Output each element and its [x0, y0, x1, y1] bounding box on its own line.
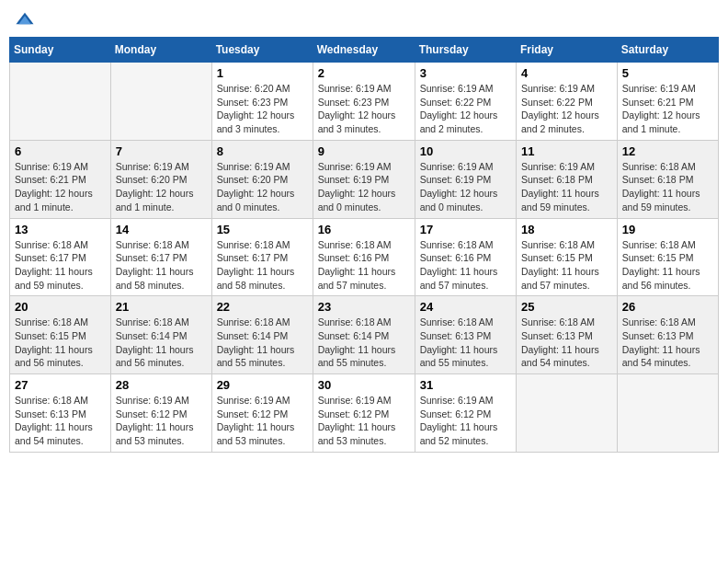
day-header-wednesday: Wednesday: [313, 38, 415, 63]
day-header-friday: Friday: [517, 38, 618, 63]
day-info: Sunrise: 6:18 AM Sunset: 6:16 PM Dayligh…: [318, 238, 410, 293]
day-number: 13: [15, 223, 106, 236]
day-number: 6: [15, 144, 106, 158]
calendar-cell: 6Sunrise: 6:19 AM Sunset: 6:21 PM Daylig…: [10, 140, 111, 218]
day-info: Sunrise: 6:18 AM Sunset: 6:18 PM Dayligh…: [622, 160, 713, 214]
day-header-tuesday: Tuesday: [211, 38, 313, 63]
day-info: Sunrise: 6:19 AM Sunset: 6:20 PM Dayligh…: [116, 160, 207, 214]
day-number: 17: [420, 223, 511, 236]
calendar-cell: 11Sunrise: 6:19 AM Sunset: 6:18 PM Dayli…: [517, 140, 618, 218]
day-number: 16: [318, 223, 410, 236]
day-info: Sunrise: 6:18 AM Sunset: 6:14 PM Dayligh…: [217, 316, 308, 370]
day-info: Sunrise: 6:20 AM Sunset: 6:23 PM Dayligh…: [217, 82, 308, 136]
day-number: 5: [622, 66, 713, 80]
calendar-cell: 5Sunrise: 6:19 AM Sunset: 6:21 PM Daylig…: [617, 63, 718, 141]
calendar-cell: 24Sunrise: 6:18 AM Sunset: 6:13 PM Dayli…: [415, 296, 516, 374]
day-number: 14: [116, 223, 207, 236]
day-info: Sunrise: 6:18 AM Sunset: 6:13 PM Dayligh…: [622, 316, 713, 370]
day-info: Sunrise: 6:19 AM Sunset: 6:21 PM Dayligh…: [15, 160, 106, 214]
logo-icon: [15, 9, 35, 29]
calendar-cell: 25Sunrise: 6:18 AM Sunset: 6:13 PM Dayli…: [517, 296, 618, 374]
day-number: 3: [420, 66, 511, 80]
day-number: 15: [217, 223, 308, 236]
day-number: 25: [521, 300, 612, 314]
day-info: Sunrise: 6:18 AM Sunset: 6:13 PM Dayligh…: [521, 316, 612, 370]
calendar-cell: 23Sunrise: 6:18 AM Sunset: 6:14 PM Dayli…: [313, 296, 415, 374]
day-info: Sunrise: 6:19 AM Sunset: 6:12 PM Dayligh…: [318, 394, 410, 448]
day-info: Sunrise: 6:18 AM Sunset: 6:14 PM Dayligh…: [318, 316, 410, 370]
day-number: 11: [521, 144, 612, 158]
day-number: 22: [217, 300, 308, 314]
day-number: 19: [622, 223, 713, 236]
day-info: Sunrise: 6:18 AM Sunset: 6:13 PM Dayligh…: [420, 316, 511, 370]
day-info: Sunrise: 6:19 AM Sunset: 6:22 PM Dayligh…: [521, 82, 612, 136]
calendar-cell: 27Sunrise: 6:18 AM Sunset: 6:13 PM Dayli…: [10, 374, 111, 453]
day-header-thursday: Thursday: [415, 38, 516, 63]
day-number: 9: [318, 144, 410, 158]
calendar-cell: 30Sunrise: 6:19 AM Sunset: 6:12 PM Dayli…: [313, 374, 415, 453]
calendar-cell: 16Sunrise: 6:18 AM Sunset: 6:16 PM Dayli…: [313, 218, 415, 296]
day-info: Sunrise: 6:18 AM Sunset: 6:16 PM Dayligh…: [420, 238, 511, 293]
day-number: 31: [420, 378, 511, 392]
calendar-cell: 29Sunrise: 6:19 AM Sunset: 6:12 PM Dayli…: [211, 374, 313, 453]
calendar-cell: 13Sunrise: 6:18 AM Sunset: 6:17 PM Dayli…: [10, 218, 111, 296]
calendar-cell: 10Sunrise: 6:19 AM Sunset: 6:19 PM Dayli…: [415, 140, 516, 218]
calendar-cell: [517, 374, 618, 453]
calendar-cell: 28Sunrise: 6:19 AM Sunset: 6:12 PM Dayli…: [110, 374, 211, 453]
day-number: 8: [217, 144, 308, 158]
day-info: Sunrise: 6:19 AM Sunset: 6:20 PM Dayligh…: [217, 160, 308, 214]
day-info: Sunrise: 6:19 AM Sunset: 6:12 PM Dayligh…: [116, 394, 207, 448]
page-header: [9, 9, 719, 29]
calendar-cell: 19Sunrise: 6:18 AM Sunset: 6:15 PM Dayli…: [617, 218, 718, 296]
calendar-cell: [617, 374, 718, 453]
day-header-sunday: Sunday: [10, 38, 111, 63]
calendar-cell: 22Sunrise: 6:18 AM Sunset: 6:14 PM Dayli…: [211, 296, 313, 374]
day-number: 20: [15, 300, 106, 314]
calendar-cell: 14Sunrise: 6:18 AM Sunset: 6:17 PM Dayli…: [110, 218, 211, 296]
day-header-monday: Monday: [110, 38, 211, 63]
calendar-cell: 4Sunrise: 6:19 AM Sunset: 6:22 PM Daylig…: [517, 63, 618, 141]
calendar-header-row: SundayMondayTuesdayWednesdayThursdayFrid…: [10, 38, 719, 63]
calendar-cell: 2Sunrise: 6:19 AM Sunset: 6:23 PM Daylig…: [313, 63, 415, 141]
day-info: Sunrise: 6:19 AM Sunset: 6:19 PM Dayligh…: [318, 160, 410, 214]
day-number: 26: [622, 300, 713, 314]
day-info: Sunrise: 6:18 AM Sunset: 6:15 PM Dayligh…: [15, 316, 106, 370]
day-info: Sunrise: 6:19 AM Sunset: 6:12 PM Dayligh…: [420, 394, 511, 448]
day-info: Sunrise: 6:19 AM Sunset: 6:22 PM Dayligh…: [420, 82, 511, 136]
calendar-week-row: 1Sunrise: 6:20 AM Sunset: 6:23 PM Daylig…: [10, 63, 719, 141]
calendar-cell: 15Sunrise: 6:18 AM Sunset: 6:17 PM Dayli…: [211, 218, 313, 296]
calendar-cell: 21Sunrise: 6:18 AM Sunset: 6:14 PM Dayli…: [110, 296, 211, 374]
calendar-cell: 17Sunrise: 6:18 AM Sunset: 6:16 PM Dayli…: [415, 218, 516, 296]
day-number: 2: [318, 66, 410, 80]
day-number: 12: [622, 144, 713, 158]
day-info: Sunrise: 6:18 AM Sunset: 6:17 PM Dayligh…: [217, 238, 308, 293]
day-info: Sunrise: 6:19 AM Sunset: 6:23 PM Dayligh…: [318, 82, 410, 136]
day-info: Sunrise: 6:18 AM Sunset: 6:14 PM Dayligh…: [116, 316, 207, 370]
day-number: 28: [116, 378, 207, 392]
calendar-cell: 7Sunrise: 6:19 AM Sunset: 6:20 PM Daylig…: [110, 140, 211, 218]
day-number: 7: [116, 144, 207, 158]
day-info: Sunrise: 6:19 AM Sunset: 6:12 PM Dayligh…: [217, 394, 308, 448]
calendar-cell: 20Sunrise: 6:18 AM Sunset: 6:15 PM Dayli…: [10, 296, 111, 374]
calendar-cell: 31Sunrise: 6:19 AM Sunset: 6:12 PM Dayli…: [415, 374, 516, 453]
day-info: Sunrise: 6:18 AM Sunset: 6:15 PM Dayligh…: [521, 238, 612, 293]
calendar-cell: [110, 63, 211, 141]
day-info: Sunrise: 6:19 AM Sunset: 6:19 PM Dayligh…: [420, 160, 511, 214]
day-number: 29: [217, 378, 308, 392]
day-number: 24: [420, 300, 511, 314]
calendar-cell: 8Sunrise: 6:19 AM Sunset: 6:20 PM Daylig…: [211, 140, 313, 218]
calendar-week-row: 27Sunrise: 6:18 AM Sunset: 6:13 PM Dayli…: [10, 374, 719, 453]
calendar-cell: [10, 63, 111, 141]
calendar-week-row: 6Sunrise: 6:19 AM Sunset: 6:21 PM Daylig…: [10, 140, 719, 218]
day-info: Sunrise: 6:19 AM Sunset: 6:18 PM Dayligh…: [521, 160, 612, 214]
calendar-cell: 18Sunrise: 6:18 AM Sunset: 6:15 PM Dayli…: [517, 218, 618, 296]
calendar-week-row: 13Sunrise: 6:18 AM Sunset: 6:17 PM Dayli…: [10, 218, 719, 296]
day-number: 10: [420, 144, 511, 158]
day-info: Sunrise: 6:18 AM Sunset: 6:17 PM Dayligh…: [116, 238, 207, 293]
day-number: 1: [217, 66, 308, 80]
calendar-table: SundayMondayTuesdayWednesdayThursdayFrid…: [9, 37, 719, 453]
day-info: Sunrise: 6:18 AM Sunset: 6:13 PM Dayligh…: [15, 394, 106, 448]
calendar-week-row: 20Sunrise: 6:18 AM Sunset: 6:15 PM Dayli…: [10, 296, 719, 374]
day-number: 30: [318, 378, 410, 392]
day-info: Sunrise: 6:18 AM Sunset: 6:15 PM Dayligh…: [622, 238, 713, 293]
